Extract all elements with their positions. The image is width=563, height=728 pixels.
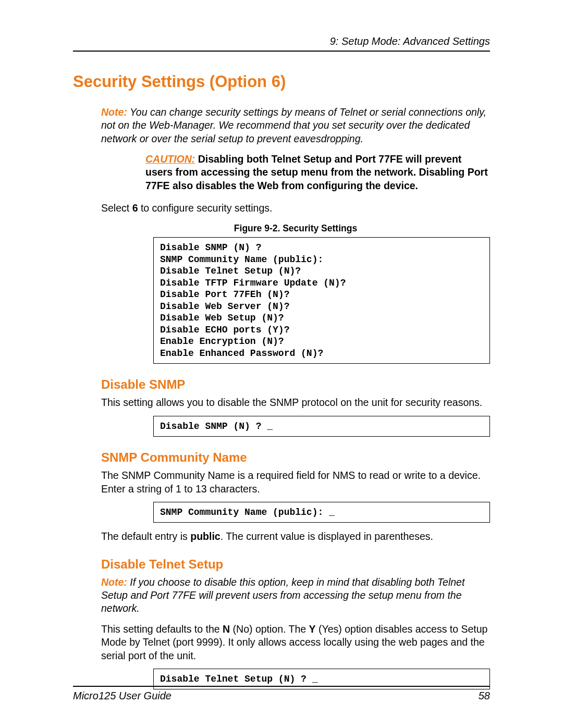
code-block-main: Disable SNMP (N) ? SNMP Community Name (… (153, 237, 490, 364)
section-body-after: The default entry is public. The current… (101, 530, 490, 543)
code-block-community: SNMP Community Name (public): _ (153, 502, 490, 523)
text-suffix: . The current value is displayed in pare… (221, 530, 433, 542)
figure-caption: Figure 9-2. Security Settings (101, 223, 490, 234)
text-prefix: The default entry is (101, 530, 190, 542)
text-bold: public (190, 530, 220, 542)
note-block: Note: You can change security settings b… (101, 106, 490, 145)
caution-block: CAUTION: Disabling both Telnet Setup and… (145, 153, 490, 192)
text-bold: Y (309, 623, 316, 635)
footer-rule (73, 686, 490, 687)
text-suffix: to configure security settings. (138, 202, 272, 214)
note-body: You can change security settings by mean… (101, 106, 486, 144)
footer-guide-name: Micro125 User Guide (73, 690, 172, 702)
text-prefix: Select (101, 202, 132, 214)
note-label: Note: (101, 106, 127, 118)
note-block: Note: If you choose to disable this opti… (101, 576, 490, 615)
text-mid: (No) option. The (230, 623, 309, 635)
note-label: Note: (101, 576, 127, 588)
text-bold: N (223, 623, 230, 635)
caution-body: Disabling both Telnet Setup and Port 77F… (145, 153, 488, 191)
section-body: The SNMP Community Name is a required fi… (101, 469, 490, 496)
section-body: This setting defaults to the N (No) opti… (101, 623, 490, 662)
section-heading-disable-snmp: Disable SNMP (101, 377, 490, 392)
section-body: This setting allows you to disable the S… (101, 396, 490, 409)
header-rule (73, 51, 490, 52)
text-bold: 6 (132, 202, 138, 214)
page: 9: Setup Mode: Advanced Settings Securit… (0, 0, 563, 728)
text-prefix: This setting defaults to the (101, 623, 223, 635)
code-block-snmp: Disable SNMP (N) ? _ (153, 416, 490, 437)
footer-page-number: 58 (479, 690, 490, 702)
page-title: Security Settings (Option 6) (73, 72, 490, 91)
section-heading-disable-telnet: Disable Telnet Setup (101, 557, 490, 572)
caution-label: CAUTION: (145, 153, 195, 165)
chapter-header: 9: Setup Mode: Advanced Settings (73, 35, 490, 47)
footer: Micro125 User Guide 58 (73, 686, 490, 702)
note-body: If you choose to disable this option, ke… (101, 576, 464, 614)
section-heading-snmp-community: SNMP Community Name (101, 450, 490, 465)
select-instruction: Select 6 to configure security settings. (101, 202, 490, 215)
